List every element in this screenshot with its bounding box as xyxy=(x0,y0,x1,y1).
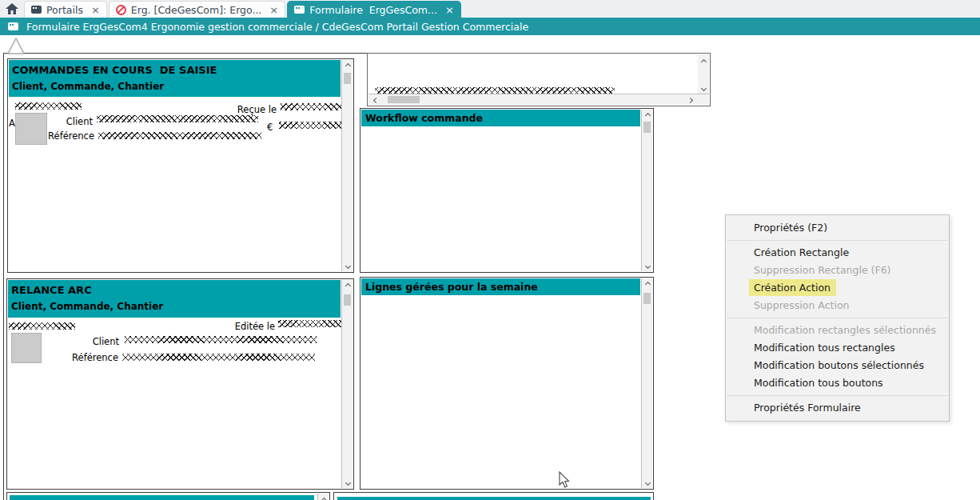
scroll-thumb[interactable] xyxy=(388,96,420,103)
scrollbar-vertical[interactable] xyxy=(698,54,709,94)
browser-tab-strip: Portails × Erg. [CdeGesCom]: Ergo... × F… xyxy=(0,0,980,18)
window-icon xyxy=(8,22,18,30)
panel-title: RELANCE ARC xyxy=(8,280,341,296)
menu-item-modif-rect-selectionnes: Modification rectangles sélectionnés xyxy=(726,322,949,339)
chevron-up-icon xyxy=(700,59,706,65)
field-label-euro: € xyxy=(267,122,277,133)
scroll-up-button[interactable] xyxy=(342,60,353,70)
panel-bottom-left[interactable] xyxy=(6,492,330,500)
menu-item-modif-boutons-selectionnes[interactable]: Modification boutons sélectionnés xyxy=(726,357,949,374)
breadcrumb-title: Formulaire ErgGesCom4 Ergonomie gestion … xyxy=(26,21,528,33)
panel-subtitle: Client, Commande, Chantier xyxy=(8,296,341,312)
triangle-shape[interactable] xyxy=(6,36,26,55)
window-icon xyxy=(294,6,305,14)
field-label-recue-le: Reçue le xyxy=(221,104,277,115)
scroll-up-button[interactable] xyxy=(642,110,653,119)
scroll-up-button[interactable] xyxy=(642,278,653,288)
panel-commandes-header: COMMANDES EN COURS DE SAISIE Client, Com… xyxy=(9,60,341,97)
scrollbar-horizontal[interactable] xyxy=(368,94,709,105)
scroll-down-button[interactable] xyxy=(342,262,353,271)
menu-item-proprietes[interactable]: Propriétés (F2) xyxy=(726,219,949,237)
panel-subtitle: Client, Commande, Chantier xyxy=(9,76,341,92)
scroll-down-button[interactable] xyxy=(642,478,653,488)
tab-erg-cdegescom[interactable]: Erg. [CdeGesCom]: Ergo... × xyxy=(109,1,285,18)
breadcrumb: Formulaire ErgGesCom4 Ergonomie gestion … xyxy=(0,18,980,35)
panel-workflow-header: Workflow commande xyxy=(361,110,640,126)
menu-item-highlight: Création Action xyxy=(749,279,836,296)
placeholder-field xyxy=(122,354,315,361)
panel-header-cutoff xyxy=(337,497,651,500)
chevron-down-icon xyxy=(345,479,350,485)
mouse-cursor-icon xyxy=(559,471,572,489)
chevron-up-icon xyxy=(345,63,350,69)
action-button-placeholder[interactable] xyxy=(11,333,42,363)
scroll-up-button[interactable] xyxy=(342,280,353,290)
scroll-left-button[interactable] xyxy=(370,94,380,106)
scrollbar-vertical[interactable] xyxy=(641,110,652,271)
panel-workflow[interactable]: Workflow commande xyxy=(360,108,654,273)
menu-item-suppression-rectangle: Suppression Rectangle (F6) xyxy=(726,262,949,279)
scroll-thumb[interactable] xyxy=(643,122,651,133)
placeholder-field xyxy=(281,103,342,110)
panel-title: COMMANDES EN COURS DE SAISIE xyxy=(9,60,341,76)
home-icon xyxy=(6,3,18,14)
menu-item-modif-tous-rectangles[interactable]: Modification tous rectangles xyxy=(726,339,949,357)
close-icon[interactable]: × xyxy=(269,4,278,16)
field-label-client: Client xyxy=(49,116,93,127)
scroll-thumb[interactable] xyxy=(643,293,651,304)
placeholder-field xyxy=(9,322,75,330)
blocked-icon xyxy=(116,5,126,15)
scrollbar-vertical[interactable] xyxy=(317,494,329,500)
scroll-down-button[interactable] xyxy=(642,262,653,271)
scroll-thumb[interactable] xyxy=(344,294,351,306)
menu-item-suppression-action: Suppression Action xyxy=(726,297,949,314)
panel-relance-header: RELANCE ARC Client, Commande, Chantier xyxy=(8,280,341,318)
app-window: Portails × Erg. [CdeGesCom]: Ergo... × F… xyxy=(0,0,980,500)
chevron-right-icon xyxy=(687,97,693,102)
scroll-right-button[interactable] xyxy=(687,94,696,106)
panel-bottom-right[interactable] xyxy=(333,492,654,500)
placeholder-field xyxy=(15,102,82,110)
placeholder-field xyxy=(278,320,342,327)
chevron-down-icon xyxy=(644,262,650,268)
menu-item-creation-action[interactable]: Création Action xyxy=(726,279,949,297)
panel-relance[interactable]: RELANCE ARC Client, Commande, Chantier E… xyxy=(6,278,354,490)
scrollbar-vertical[interactable] xyxy=(341,280,353,488)
panel-header-cutoff xyxy=(10,495,314,500)
scroll-thumb[interactable] xyxy=(344,73,351,84)
panel-lignes[interactable]: Lignes gérées pour la semaine xyxy=(360,277,654,490)
tab-label: Erg. [CdeGesCom]: Ergo... xyxy=(131,4,262,16)
close-icon[interactable]: × xyxy=(91,4,100,16)
scroll-up-button[interactable] xyxy=(318,494,329,500)
panel-scrollbox[interactable] xyxy=(367,53,711,106)
chevron-down-icon xyxy=(700,85,706,90)
menu-item-modif-tous-boutons[interactable]: Modification tous boutons xyxy=(726,374,949,392)
chevron-up-icon xyxy=(644,113,650,118)
chevron-up-icon xyxy=(644,282,650,287)
scroll-down-button[interactable] xyxy=(698,84,709,94)
panel-commandes[interactable]: COMMANDES EN COURS DE SAISIE Client, Com… xyxy=(7,58,354,273)
scroll-down-button[interactable] xyxy=(342,478,353,488)
field-label-client: Client xyxy=(73,336,119,347)
home-button[interactable] xyxy=(0,0,24,18)
context-menu: Propriétés (F2) Création Rectangle Suppr… xyxy=(725,214,950,422)
placeholder-field xyxy=(279,122,342,129)
panel-title: Lignes gérées pour la semaine xyxy=(361,278,640,293)
close-icon[interactable]: × xyxy=(445,4,454,16)
scrollbar-vertical[interactable] xyxy=(341,60,353,271)
tab-label: Portails xyxy=(46,4,83,16)
placeholder-field xyxy=(97,115,258,122)
outer-border-left xyxy=(3,53,4,500)
window-icon xyxy=(31,6,42,14)
menu-separator xyxy=(727,395,948,396)
chevron-down-icon xyxy=(644,479,650,485)
scroll-up-button[interactable] xyxy=(698,56,709,66)
tab-label: Formulaire ErgGesCom... xyxy=(309,4,437,16)
menu-item-creation-rectangle[interactable]: Création Rectangle xyxy=(726,244,949,262)
scrollbar-vertical[interactable] xyxy=(641,278,652,488)
field-label-reference: Référence xyxy=(65,352,118,363)
chevron-left-icon xyxy=(373,97,379,102)
menu-item-proprietes-formulaire[interactable]: Propriétés Formulaire xyxy=(726,399,949,417)
tab-portails[interactable]: Portails × xyxy=(24,1,107,18)
tab-formulaire-active[interactable]: Formulaire ErgGesCom... × xyxy=(287,1,461,18)
